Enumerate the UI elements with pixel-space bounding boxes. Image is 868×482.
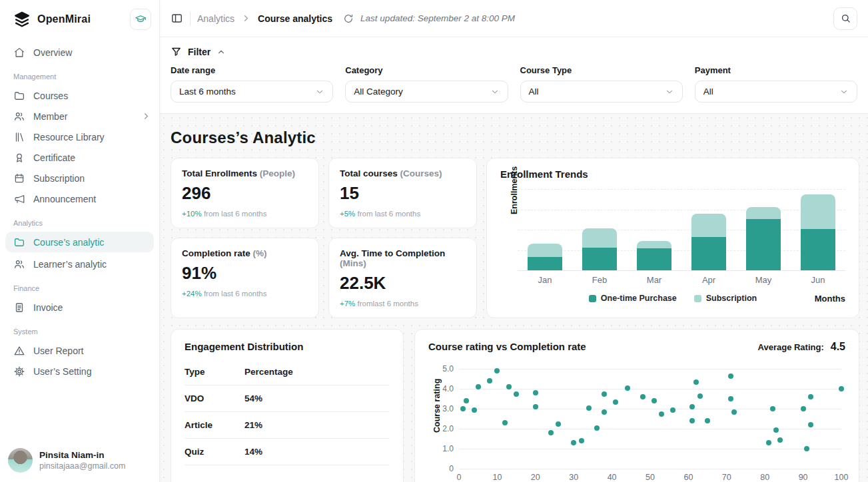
bar-apr bbox=[691, 189, 726, 270]
filter-icon bbox=[171, 46, 182, 57]
scatter-x-tick-10: 10 bbox=[492, 473, 502, 482]
sidebar-item-courses[interactable]: Courses bbox=[0, 85, 159, 106]
enrollment-trends-card: Enrollment Trends Enrollments JanFebMarA… bbox=[486, 158, 859, 318]
stat-card-total-enrollments: Total Enrollments (People)296+10% from l… bbox=[171, 158, 319, 228]
sidebar-item-announcement[interactable]: Announcement bbox=[0, 188, 159, 209]
users-icon bbox=[13, 258, 25, 270]
sidebar-item-course-s-analytic[interactable]: Course’s analytic bbox=[5, 232, 154, 252]
stat-delta: +10% from last 6 months bbox=[182, 210, 308, 218]
scatter-x-tick-50: 50 bbox=[646, 473, 655, 482]
search-button[interactable] bbox=[833, 7, 857, 30]
scatter-y-tick-0: 0 bbox=[434, 464, 454, 473]
engagement-table: Type Percentage VDO54%Article21%Quiz14% bbox=[185, 362, 390, 465]
sidebar-section-management: Management bbox=[13, 73, 146, 81]
scatter-point bbox=[514, 391, 519, 397]
workspace-toggle-button[interactable] bbox=[130, 9, 151, 30]
scatter-point bbox=[801, 406, 806, 411]
sidebar-item-overview[interactable]: Overview bbox=[0, 42, 159, 63]
scatter-point bbox=[804, 446, 809, 451]
sidebar-item-subscription[interactable]: Subscription bbox=[0, 168, 159, 188]
chevron-up-icon[interactable] bbox=[217, 47, 226, 57]
profile-email: pinsitajaaa@gmail.com bbox=[39, 461, 125, 471]
engagement-type: VDO bbox=[185, 393, 244, 403]
stat-delta: +5% from last 6 months bbox=[340, 210, 466, 218]
profile-name: Pinsita Niam-in bbox=[39, 450, 125, 460]
stat-title: Total Enrollments (People) bbox=[182, 168, 308, 178]
category-dropdown[interactable]: All Category bbox=[345, 81, 508, 103]
bar-may bbox=[746, 189, 781, 270]
bar-segment-one-time-purchase bbox=[637, 248, 671, 270]
dropdown-value: All bbox=[703, 87, 713, 97]
gear-icon bbox=[13, 365, 25, 377]
sidebar-toggle-icon[interactable] bbox=[171, 12, 183, 25]
scatter-point bbox=[594, 425, 600, 431]
engagement-row-vdo: VDO54% bbox=[185, 385, 390, 412]
scatter-point bbox=[533, 404, 538, 409]
bar-segment-subscription bbox=[637, 241, 671, 248]
scatter-point bbox=[689, 418, 695, 423]
scatter-point bbox=[773, 427, 779, 433]
sidebar-section-finance: Finance bbox=[13, 284, 146, 292]
breadcrumb-parent[interactable]: Analytics bbox=[197, 13, 234, 24]
filter-title: Filter bbox=[188, 47, 211, 57]
engagement-header-row: Type Percentage bbox=[185, 362, 390, 385]
stat-unit: (People) bbox=[260, 168, 295, 178]
dropdown-value: All bbox=[529, 87, 539, 97]
main-area: Analytics Course analytics Last updated:… bbox=[160, 0, 868, 482]
scatter-y-tick-2.0: 2.0 bbox=[434, 424, 454, 433]
sidebar-item-label: Resource Library bbox=[33, 132, 151, 142]
refresh-icon[interactable] bbox=[343, 13, 354, 24]
scatter-point bbox=[659, 411, 664, 417]
scatter-plot: 01.02.03.04.05.00102030405060708090100 bbox=[459, 369, 841, 469]
sidebar-item-resource-library[interactable]: Resource Library bbox=[0, 126, 159, 147]
scatter-point bbox=[808, 394, 813, 399]
sidebar-item-learner-s-analytic[interactable]: Learner’s analytic bbox=[0, 254, 159, 274]
sidebar-item-member[interactable]: Member bbox=[0, 106, 159, 126]
date-range-dropdown[interactable]: Last 6 months bbox=[171, 81, 333, 103]
rating-vs-completion-card: Course rating vs Completion rate Average… bbox=[414, 329, 859, 482]
sidebar-item-user-s-setting[interactable]: User’s Setting bbox=[0, 361, 159, 381]
scatter-gridline bbox=[459, 469, 841, 469]
sidebar-header: OpenMirai bbox=[0, 0, 159, 37]
engagement-percentage: 54% bbox=[244, 393, 262, 403]
stat-title: Avg. Time to Completion (Mins) bbox=[340, 248, 466, 268]
scatter-point bbox=[460, 406, 466, 411]
search-icon bbox=[840, 13, 851, 24]
payment-dropdown[interactable]: All bbox=[695, 81, 857, 103]
scatter-point bbox=[770, 406, 775, 411]
content-area: Courses’s Analytic Total Enrollments (Pe… bbox=[160, 114, 868, 482]
x-tick-mar: Mar bbox=[637, 275, 671, 285]
sidebar-item-label: Overview bbox=[33, 47, 151, 58]
scatter-point bbox=[728, 373, 733, 379]
bar-segment-one-time-purchase bbox=[746, 219, 781, 270]
scatter-x-tick-100: 100 bbox=[835, 473, 849, 482]
trends-legend: Months One-time PurchaseSubscription bbox=[500, 294, 845, 303]
scatter-point bbox=[705, 418, 710, 423]
award-icon bbox=[13, 152, 25, 164]
legend-swatch bbox=[589, 295, 596, 302]
filter-field-date-range: Date rangeLast 6 months bbox=[171, 65, 333, 103]
sidebar: OpenMirai OverviewManagementCoursesMembe… bbox=[0, 0, 160, 482]
sidebar-item-label: Member bbox=[33, 111, 133, 122]
scatter-point bbox=[777, 437, 783, 443]
scatter-point bbox=[556, 421, 561, 427]
scatter-x-tick-30: 30 bbox=[569, 473, 578, 482]
profile-card[interactable]: Pinsita Niam-in pinsitajaaa@gmail.com bbox=[8, 448, 125, 473]
chevron-down-icon bbox=[315, 87, 324, 97]
stat-delta: +7% fromlast 6 months bbox=[340, 300, 466, 308]
bar-segment-one-time-purchase bbox=[528, 257, 562, 270]
invoice-icon bbox=[13, 302, 25, 314]
sidebar-item-certificate[interactable]: Certificate bbox=[0, 147, 159, 168]
stat-delta-percent: +10% bbox=[182, 210, 202, 218]
scatter-gridline bbox=[459, 449, 841, 449]
stat-title: Total courses (Courses) bbox=[340, 168, 466, 178]
course-type-dropdown[interactable]: All bbox=[520, 81, 683, 103]
sidebar-item-invoice[interactable]: Invoice bbox=[0, 297, 159, 318]
x-tick-jan: Jan bbox=[528, 275, 562, 285]
stat-card-completion-rate: Completion rate (%)91%+24% from last 6 m… bbox=[171, 238, 319, 318]
trends-chart-title: Enrollment Trends bbox=[500, 168, 845, 180]
sidebar-item-user-report[interactable]: User Report bbox=[0, 340, 159, 361]
page-title: Courses’s Analytic bbox=[171, 128, 859, 147]
bar-jan bbox=[528, 189, 562, 270]
library-icon bbox=[13, 131, 25, 143]
